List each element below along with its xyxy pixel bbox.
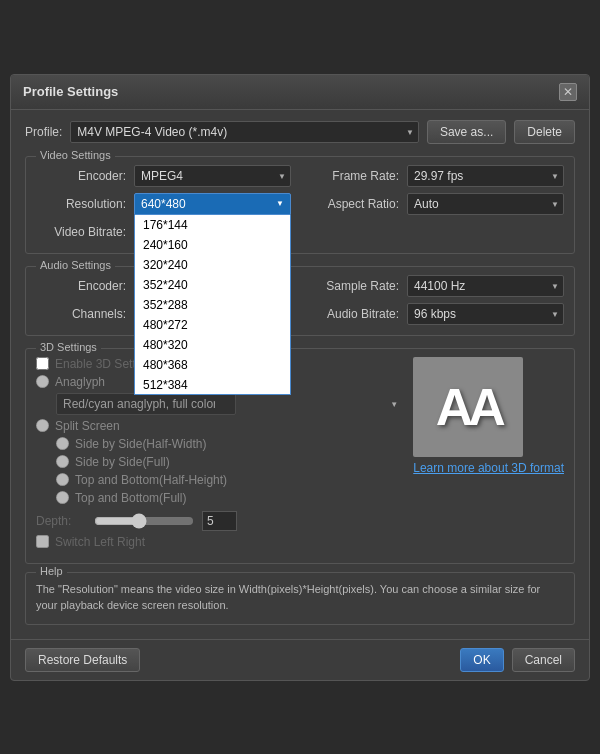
video-settings-grid: Encoder: MPEG4 Frame Rate: 29.97 fps Res… — [36, 165, 564, 243]
video-bitrate-label: Video Bitrate: — [36, 225, 126, 239]
help-text: The "Resolution" means the video size in… — [36, 581, 564, 614]
audio-bitrate-select[interactable]: 96 kbps — [407, 303, 564, 325]
side-by-side-full-row: Side by Side(Full) — [56, 455, 403, 469]
resolution-option-4[interactable]: 352*240 — [135, 275, 290, 295]
help-group: Help The "Resolution" means the video si… — [25, 572, 575, 625]
switch-lr-row: Switch Left Right — [36, 535, 403, 549]
top-bottom-half-row: Top and Bottom(Half-Height) — [56, 473, 403, 487]
channels-label: Channels: — [36, 307, 126, 321]
bottom-bar: Restore Defaults OK Cancel — [11, 639, 589, 680]
encoder-label: Encoder: — [36, 169, 126, 183]
top-bottom-half-radio[interactable] — [56, 473, 69, 486]
video-settings-group: Video Settings Encoder: MPEG4 Frame Rate… — [25, 156, 575, 254]
depth-spinbox[interactable] — [202, 511, 237, 531]
3d-preview-text: AA — [436, 377, 501, 437]
restore-defaults-button[interactable]: Restore Defaults — [25, 648, 140, 672]
learn-more-link[interactable]: Learn more about 3D format — [413, 461, 564, 475]
title-bar: Profile Settings ✕ — [11, 75, 589, 110]
switch-lr-checkbox[interactable] — [36, 535, 49, 548]
split-screen-radio[interactable] — [36, 419, 49, 432]
frame-rate-select[interactable]: 29.97 fps — [407, 165, 564, 187]
aspect-ratio-select[interactable]: Auto — [407, 193, 564, 215]
resolution-option-5[interactable]: 352*288 — [135, 295, 290, 315]
top-bottom-full-label: Top and Bottom(Full) — [75, 491, 186, 505]
anaglyph-radio-label: Anaglyph — [55, 375, 105, 389]
video-settings-label: Video Settings — [36, 149, 115, 161]
top-bottom-half-label: Top and Bottom(Half-Height) — [75, 473, 227, 487]
anaglyph-option-row: Red/cyan anaglyph, full color — [56, 393, 403, 415]
3d-preview-box: AA — [413, 357, 523, 457]
resolution-option-7[interactable]: 480*320 — [135, 335, 290, 355]
audio-settings-label: Audio Settings — [36, 259, 115, 271]
resolution-option-2[interactable]: 240*160 — [135, 235, 290, 255]
resolution-dropdown-container[interactable]: 640*480 ▼ 176*144 240*160 320*240 352*24… — [134, 193, 291, 215]
resolution-option-9[interactable]: 512*384 — [135, 375, 290, 395]
learn-more-row: Learn more about 3D format — [413, 461, 564, 475]
sample-rate-select[interactable]: 44100 Hz — [407, 275, 564, 297]
side-by-side-full-radio[interactable] — [56, 455, 69, 468]
3d-settings-group: 3D Settings Enable 3D Settings Anaglyph — [25, 348, 575, 564]
audio-settings-grid: Encoder: AAC Sample Rate: 44100 Hz Chann… — [36, 275, 564, 325]
depth-label: Depth: — [36, 514, 86, 528]
enable-3d-checkbox[interactable] — [36, 357, 49, 370]
resolution-dropdown-input[interactable]: 640*480 ▼ — [134, 193, 291, 215]
cancel-button[interactable]: Cancel — [512, 648, 575, 672]
save-as-button[interactable]: Save as... — [427, 120, 506, 144]
close-button[interactable]: ✕ — [559, 83, 577, 101]
profile-label: Profile: — [25, 125, 62, 139]
anaglyph-radio[interactable] — [36, 375, 49, 388]
profile-select[interactable]: M4V MPEG-4 Video (*.m4v) — [70, 121, 419, 143]
resolution-option-6[interactable]: 480*272 — [135, 315, 290, 335]
resolution-option-3[interactable]: 320*240 — [135, 255, 290, 275]
top-bottom-full-radio[interactable] — [56, 491, 69, 504]
split-screen-radio-row: Split Screen — [36, 419, 403, 433]
audio-bitrate-select-wrapper[interactable]: 96 kbps — [407, 303, 564, 325]
anaglyph-select: Red/cyan anaglyph, full color — [56, 393, 236, 415]
resolution-selected-value: 640*480 — [141, 197, 186, 211]
resolution-option-1[interactable]: 176*144 — [135, 215, 290, 235]
frame-rate-label: Frame Rate: — [299, 169, 399, 183]
profile-row: Profile: M4V MPEG-4 Video (*.m4v) Save a… — [25, 120, 575, 144]
profile-select-wrapper[interactable]: M4V MPEG-4 Video (*.m4v) — [70, 121, 419, 143]
3d-settings-label: 3D Settings — [36, 341, 101, 353]
dialog-body: Profile: M4V MPEG-4 Video (*.m4v) Save a… — [11, 110, 589, 635]
side-by-side-half-radio[interactable] — [56, 437, 69, 450]
profile-select-container: M4V MPEG-4 Video (*.m4v) — [70, 121, 419, 143]
3d-content: Enable 3D Settings Anaglyph Red/cyan ana… — [36, 357, 564, 553]
action-buttons: OK Cancel — [460, 648, 575, 672]
dialog-title: Profile Settings — [23, 84, 118, 99]
anaglyph-select-wrapper: Red/cyan anaglyph, full color — [56, 393, 403, 415]
depth-slider[interactable] — [94, 513, 194, 529]
resolution-option-8[interactable]: 480*368 — [135, 355, 290, 375]
delete-button[interactable]: Delete — [514, 120, 575, 144]
3d-right-panel: AA Learn more about 3D format — [413, 357, 564, 553]
sample-rate-label: Sample Rate: — [299, 279, 399, 293]
ok-button[interactable]: OK — [460, 648, 503, 672]
profile-settings-dialog: Profile Settings ✕ Profile: M4V MPEG-4 V… — [10, 74, 590, 681]
sample-rate-select-wrapper[interactable]: 44100 Hz — [407, 275, 564, 297]
resolution-dropdown-list: 176*144 240*160 320*240 352*240 352*288 … — [134, 215, 291, 395]
audio-settings-group: Audio Settings Encoder: AAC Sample Rate:… — [25, 266, 575, 336]
encoder-select-wrapper[interactable]: MPEG4 — [134, 165, 291, 187]
split-screen-options: Side by Side(Half-Width) Side by Side(Fu… — [56, 437, 403, 505]
side-by-side-half-label: Side by Side(Half-Width) — [75, 437, 206, 451]
help-label: Help — [36, 565, 67, 577]
side-by-side-full-label: Side by Side(Full) — [75, 455, 170, 469]
switch-lr-label: Switch Left Right — [55, 535, 145, 549]
side-by-side-half-row: Side by Side(Half-Width) — [56, 437, 403, 451]
audio-bitrate-label: Audio Bitrate: — [299, 307, 399, 321]
depth-row: Depth: — [36, 511, 403, 531]
resolution-label: Resolution: — [36, 197, 126, 211]
frame-rate-select-wrapper[interactable]: 29.97 fps — [407, 165, 564, 187]
aspect-ratio-label: Aspect Ratio: — [299, 197, 399, 211]
top-bottom-full-row: Top and Bottom(Full) — [56, 491, 403, 505]
aspect-ratio-select-wrapper[interactable]: Auto — [407, 193, 564, 215]
audio-encoder-label: Encoder: — [36, 279, 126, 293]
encoder-select[interactable]: MPEG4 — [134, 165, 291, 187]
dropdown-arrow-icon: ▼ — [276, 199, 284, 208]
split-screen-radio-label: Split Screen — [55, 419, 120, 433]
